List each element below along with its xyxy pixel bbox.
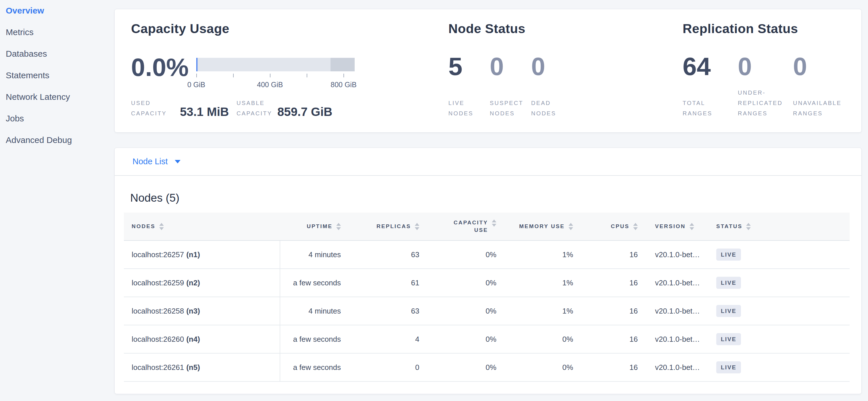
sort-icon bbox=[633, 223, 638, 230]
column-header-label: REPLICAS bbox=[376, 223, 411, 230]
column-header-version[interactable]: VERSION bbox=[645, 212, 707, 240]
nodes-table: NODESUPTIMEREPLICASCAPACITYUSEMEMORY USE… bbox=[124, 212, 849, 382]
cpus-cell: 16 bbox=[580, 353, 645, 381]
version-cell: v20.1.0-bet… bbox=[645, 241, 707, 268]
status-badge: LIVE bbox=[716, 249, 741, 261]
column-header-label: UPTIME bbox=[307, 223, 333, 230]
replication-status-section: Replication Status 6400 TOTALRANGESUNDER… bbox=[683, 9, 861, 132]
replication-status-values: 6400 bbox=[683, 54, 858, 79]
stat-value: 5 bbox=[448, 54, 490, 79]
sidebar-item-advanced-debug[interactable]: Advanced Debug bbox=[6, 136, 114, 144]
uptime-cell: a few seconds bbox=[280, 269, 348, 296]
status-cell: LIVE bbox=[707, 241, 849, 268]
column-header-uptime[interactable]: UPTIME bbox=[280, 212, 348, 240]
node-id-label: (n1) bbox=[186, 250, 200, 259]
column-header-label: CPUS bbox=[611, 223, 629, 230]
status-cell: LIVE bbox=[707, 297, 849, 325]
column-header-label: STATUS bbox=[716, 223, 742, 230]
status-cell: LIVE bbox=[707, 269, 849, 296]
uptime-cell: 4 minutes bbox=[280, 241, 348, 268]
stat-label: TOTALRANGES bbox=[683, 83, 738, 118]
cpus-cell: 16 bbox=[580, 325, 645, 353]
used-capacity-label: USED CAPACITY bbox=[131, 98, 180, 118]
cpus-cell: 16 bbox=[580, 297, 645, 325]
node-id-label: (n5) bbox=[186, 363, 200, 372]
usable-capacity-label: USABLE CAPACITY bbox=[237, 98, 277, 118]
cpus-cell: 16 bbox=[580, 269, 645, 296]
axis-tick bbox=[233, 74, 234, 77]
stat-value: 0 bbox=[531, 54, 577, 79]
nodes-card: Node List Nodes (5) NODESUPTIMEREPLICASC… bbox=[114, 148, 862, 394]
status-cell: LIVE bbox=[707, 325, 849, 353]
sidebar-item-metrics[interactable]: Metrics bbox=[6, 28, 114, 36]
sort-icon bbox=[746, 223, 751, 230]
node-list-dropdown[interactable]: Node List bbox=[115, 148, 861, 176]
uptime-cell: a few seconds bbox=[280, 325, 348, 353]
replicas-cell: 0 bbox=[348, 353, 427, 381]
column-header-cpus[interactable]: CPUS bbox=[580, 212, 645, 240]
column-header-capacity-use[interactable]: CAPACITYUSE bbox=[427, 212, 503, 240]
version-cell: v20.1.0-bet… bbox=[645, 269, 707, 296]
sort-icon bbox=[689, 223, 694, 230]
stat-value: 0 bbox=[490, 54, 531, 79]
replication-status-title: Replication Status bbox=[683, 21, 798, 36]
node-list-dropdown-label: Node List bbox=[132, 157, 168, 166]
stat-label: DEADNODES bbox=[531, 83, 577, 118]
usable-capacity-value: 859.7 GiB bbox=[277, 106, 332, 118]
node-address-cell: localhost:26258(n3) bbox=[124, 297, 280, 325]
replicas-cell: 63 bbox=[348, 297, 427, 325]
status-badge: LIVE bbox=[716, 305, 741, 317]
node-status-section: Node Status 500 LIVENODESSUSPECTNODESDEA… bbox=[448, 9, 678, 132]
node-status-title: Node Status bbox=[448, 21, 525, 36]
sidebar-item-overview[interactable]: Overview bbox=[6, 6, 114, 15]
sort-icon bbox=[568, 223, 573, 230]
table-header-row: NODESUPTIMEREPLICASCAPACITYUSEMEMORY USE… bbox=[124, 212, 849, 241]
sort-icon bbox=[159, 223, 164, 230]
column-header-nodes[interactable]: NODES bbox=[124, 212, 280, 240]
sidebar-item-jobs[interactable]: Jobs bbox=[6, 114, 114, 123]
table-row[interactable]: localhost:26258(n3)4 minutes630%1%16v20.… bbox=[124, 297, 849, 325]
capacity-use-cell: 0% bbox=[427, 241, 503, 268]
cluster-summary-card: Capacity Usage 0.0% 0 GiB 400 GiB 800 Gi… bbox=[114, 9, 862, 133]
axis-tick bbox=[307, 74, 307, 77]
status-badge: LIVE bbox=[716, 277, 741, 289]
stat-label: SUSPECTNODES bbox=[490, 83, 531, 118]
sidebar-item-statements[interactable]: Statements bbox=[6, 71, 114, 80]
node-address-cell: localhost:26257(n1) bbox=[124, 241, 280, 268]
stat-label: UNDER-REPLICATEDRANGES bbox=[738, 83, 793, 118]
axis-tick-label: 800 GiB bbox=[331, 81, 356, 89]
table-row[interactable]: localhost:26257(n1)4 minutes630%1%16v20.… bbox=[124, 241, 849, 269]
caret-down-icon bbox=[175, 160, 181, 163]
replication-status-labels: TOTALRANGESUNDER-REPLICATEDRANGESUNAVAIL… bbox=[683, 83, 858, 118]
table-row[interactable]: localhost:26259(n2)a few seconds610%1%16… bbox=[124, 269, 849, 297]
capacity-usage-title: Capacity Usage bbox=[131, 21, 229, 36]
sidebar: OverviewMetricsDatabasesStatementsNetwor… bbox=[0, 0, 114, 401]
status-cell: LIVE bbox=[707, 353, 849, 381]
node-id-label: (n4) bbox=[186, 335, 200, 344]
uptime-cell: a few seconds bbox=[280, 353, 348, 381]
node-id-label: (n2) bbox=[186, 279, 200, 287]
column-header-label: CAPACITYUSE bbox=[454, 219, 488, 234]
sidebar-item-databases[interactable]: Databases bbox=[6, 50, 114, 58]
capacity-percent-value: 0.0% bbox=[131, 55, 189, 80]
node-status-values: 500 bbox=[448, 54, 577, 79]
table-row[interactable]: localhost:26260(n4)a few seconds40%0%16v… bbox=[124, 325, 849, 353]
table-row[interactable]: localhost:26261(n5)a few seconds00%0%16v… bbox=[124, 353, 849, 382]
sort-icon bbox=[336, 223, 341, 230]
memory-use-cell: 0% bbox=[503, 325, 580, 353]
column-header-memory-use[interactable]: MEMORY USE bbox=[503, 212, 580, 240]
table-body: localhost:26257(n1)4 minutes630%1%16v20.… bbox=[124, 241, 849, 382]
capacity-use-cell: 0% bbox=[427, 269, 503, 296]
capacity-use-cell: 0% bbox=[427, 297, 503, 325]
stat-value: 0 bbox=[793, 54, 858, 79]
memory-use-cell: 0% bbox=[503, 353, 580, 381]
version-cell: v20.1.0-bet… bbox=[645, 325, 707, 353]
nodes-table-title: Nodes (5) bbox=[130, 192, 179, 204]
capacity-bar-used-segment bbox=[196, 58, 197, 71]
column-header-replicas[interactable]: REPLICAS bbox=[348, 212, 427, 240]
sidebar-item-network-latency[interactable]: Network Latency bbox=[6, 93, 114, 101]
status-badge: LIVE bbox=[716, 361, 741, 373]
status-badge: LIVE bbox=[716, 333, 741, 345]
column-header-status[interactable]: STATUS bbox=[707, 212, 849, 240]
memory-use-cell: 1% bbox=[503, 269, 580, 296]
